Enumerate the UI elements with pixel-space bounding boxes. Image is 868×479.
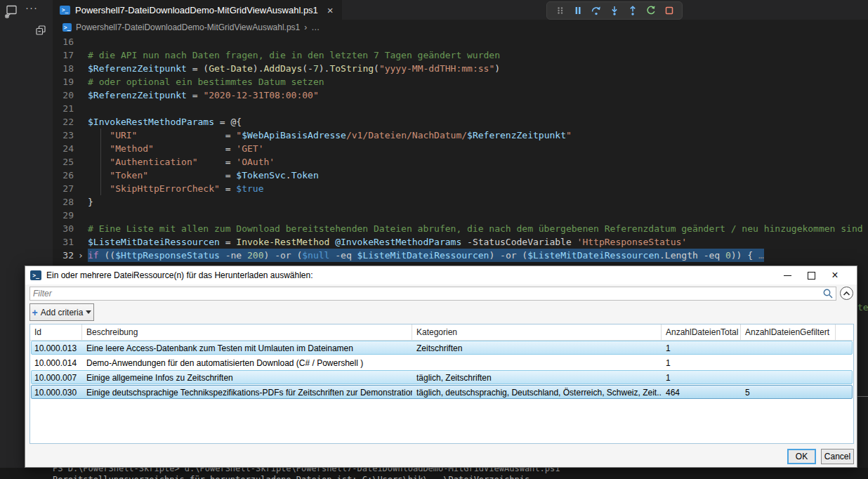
search-icon bbox=[822, 288, 834, 299]
filter-input[interactable] bbox=[30, 289, 822, 298]
grid-cell: 5 bbox=[741, 388, 836, 398]
breadcrumb[interactable]: >_ Powershell7-DateiDownloadDemo-MitGrid… bbox=[53, 20, 868, 35]
grid-cell: Demo-Anwendungen für den automatisierten… bbox=[82, 358, 412, 368]
restart-icon[interactable] bbox=[642, 3, 660, 18]
grid-cell: täglich, Zeitschriften bbox=[412, 373, 662, 383]
code-line: 26 "Token" = $TokenSvc.Token bbox=[53, 169, 868, 182]
code-line: 32›if (($HttpResponseStatus -ne 200) -or… bbox=[53, 249, 868, 262]
code-fragment-behind-dialog: te: bbox=[857, 302, 868, 313]
pause-icon[interactable] bbox=[569, 3, 587, 18]
filter-box bbox=[29, 287, 836, 301]
code-line: 27 "SkipHttpErrorCheck" = $true bbox=[53, 182, 868, 195]
code-line: 28} bbox=[53, 195, 868, 209]
step-over-icon[interactable] bbox=[587, 3, 605, 18]
close-button[interactable]: × bbox=[823, 266, 847, 284]
grid-cell: Zeitschriften bbox=[412, 343, 662, 353]
debug-toolbar bbox=[546, 1, 683, 20]
column-header[interactable]: Kategorien bbox=[412, 324, 662, 340]
maximize-icon bbox=[808, 272, 815, 280]
chevron-down-icon bbox=[86, 310, 91, 314]
fold-chevron-icon[interactable]: › bbox=[74, 249, 88, 262]
column-header[interactable]: Id bbox=[30, 324, 82, 340]
plus-icon: + bbox=[32, 308, 38, 317]
overlapping-windows-icon[interactable] bbox=[34, 24, 47, 37]
step-out-icon[interactable] bbox=[624, 3, 642, 18]
close-icon: × bbox=[831, 270, 838, 281]
code-line: 30# Eine Liste mit allen zum Download be… bbox=[53, 222, 868, 235]
grid-cell: 10.000.030 bbox=[30, 388, 82, 398]
editor-code[interactable]: 1617# die API nun nach Daten fragen, die… bbox=[53, 35, 868, 265]
breadcrumb-file[interactable]: Powershell7-DateiDownloadDemo-MitGridVie… bbox=[76, 22, 300, 32]
grid-cell: 1 bbox=[662, 358, 741, 368]
breadcrumb-more[interactable]: … bbox=[311, 22, 320, 32]
terminal-panel[interactable]: PS D:\PowerShell-Skripte> d:\PowerShell-… bbox=[0, 468, 868, 479]
add-criteria-button[interactable]: + Add criteria bbox=[29, 303, 94, 321]
code-line: 25 "Authentication" = 'OAuth' bbox=[53, 155, 868, 169]
grid-cell: 10.000.013 bbox=[30, 343, 82, 353]
tab-close-icon[interactable]: × bbox=[327, 5, 334, 15]
code-line: 19# oder optional ein bestimmtes Datum s… bbox=[53, 75, 868, 88]
tab-bar: >_ Powershell7-DateiDownloadDemo-MitGrid… bbox=[53, 0, 868, 20]
maximize-button[interactable] bbox=[799, 266, 823, 284]
breadcrumb-separator: › bbox=[304, 22, 307, 32]
terminal-line: Bereitstellungsverzeichnis für herunterz… bbox=[53, 474, 868, 479]
code-line: 24 "Method" = 'GET' bbox=[53, 142, 868, 155]
ok-button[interactable]: OK bbox=[787, 449, 816, 464]
terminal-line: PS D:\PowerShell-Skripte> d:\PowerShell-… bbox=[53, 468, 868, 474]
code-line: 22$InvokeRestMethodParams = @{ bbox=[53, 115, 868, 129]
minimize-icon bbox=[784, 275, 791, 276]
more-actions-icon[interactable]: ··· bbox=[25, 1, 38, 13]
grid-cell: 464 bbox=[662, 388, 741, 398]
code-line: 31$ListeMitDateiRessourcen = Invoke-Rest… bbox=[53, 235, 868, 249]
collapse-criteria-button[interactable] bbox=[840, 287, 853, 300]
code-line: 16 bbox=[53, 35, 868, 48]
results-grid: IdBeschreibungKategorienAnzahlDateienTot… bbox=[29, 324, 854, 444]
terminal-lines: PS D:\PowerShell-Skripte> d:\PowerShell-… bbox=[0, 468, 868, 479]
grid-row[interactable]: 10.000.014Demo-Anwendungen für den autom… bbox=[30, 355, 853, 370]
grid-row[interactable]: 10.000.007Einige allgemeine Infos zu Zei… bbox=[30, 370, 853, 385]
dialog-title-bar[interactable]: >_ Ein oder mehrere DateiRessource(n) fü… bbox=[25, 266, 857, 284]
grid-cell: Einige allgemeine Infos zu Zeitschriften bbox=[82, 373, 412, 383]
code-line: 18$ReferenzZeitpunkt = (Get-Date).AddDay… bbox=[53, 62, 868, 75]
column-header-filler bbox=[836, 324, 853, 340]
tab-title: Powershell7-DateiDownloadDemo-MitGridVie… bbox=[75, 5, 318, 15]
grid-row[interactable]: 10.000.013Eine leere Access-Datenbank zu… bbox=[30, 341, 853, 355]
dialog-title: Ein oder mehrere DateiRessource(n) für d… bbox=[46, 270, 313, 280]
out-gridview-dialog: >_ Ein oder mehrere DateiRessource(n) fü… bbox=[25, 265, 857, 468]
stop-icon[interactable] bbox=[660, 3, 678, 18]
grid-row[interactable]: 10.000.030Einige deutschsprachige Techni… bbox=[30, 385, 853, 400]
code-line: 17# die API nun nach Daten fragen, die i… bbox=[53, 48, 868, 62]
grid-cell: Eine leere Access-Datenbank zum Testen m… bbox=[82, 343, 412, 353]
code-line: 29 bbox=[53, 209, 868, 222]
powershell-file-icon: >_ bbox=[60, 6, 70, 15]
column-header[interactable]: Beschreibung bbox=[82, 324, 412, 340]
grid-cell: täglich, deutschsprachig, Deutschland, Ö… bbox=[412, 388, 662, 398]
vscode-window: ··· >_ Powershell7-DateiDownloadDemo-Mit… bbox=[0, 0, 868, 479]
tab-powershell-file[interactable]: >_ Powershell7-DateiDownloadDemo-MitGrid… bbox=[53, 0, 342, 20]
panel-divider bbox=[857, 396, 868, 397]
grid-header: IdBeschreibungKategorienAnzahlDateienTot… bbox=[30, 324, 853, 341]
minimize-button[interactable] bbox=[775, 266, 799, 284]
chevron-up-icon bbox=[843, 289, 850, 298]
code-line: 21 bbox=[53, 102, 868, 115]
gripper-icon[interactable] bbox=[551, 3, 569, 18]
step-into-icon[interactable] bbox=[605, 3, 624, 18]
grid-cell: 10.000.007 bbox=[30, 373, 82, 383]
add-criteria-label: Add criteria bbox=[41, 308, 84, 317]
powershell-window-icon: >_ bbox=[30, 270, 41, 280]
grid-cell: 1 bbox=[662, 373, 741, 383]
window-controls: × bbox=[775, 266, 847, 284]
cancel-button[interactable]: Cancel bbox=[821, 449, 854, 464]
grid-cell: Einige deutschsprachige Technikspezifika… bbox=[82, 388, 412, 398]
grid-rows: 10.000.013Eine leere Access-Datenbank zu… bbox=[30, 341, 853, 400]
column-header[interactable]: AnzahlDateienGefiltert bbox=[741, 324, 836, 340]
debug-window-icon[interactable] bbox=[4, 4, 19, 19]
grid-cell: 10.000.014 bbox=[30, 358, 82, 368]
code-line: 20$ReferenzZeitpunkt = "2020-12-31T08:00… bbox=[53, 88, 868, 102]
grid-cell: 1 bbox=[662, 343, 741, 353]
column-header[interactable]: AnzahlDateienTotal bbox=[662, 324, 741, 340]
powershell-file-icon: >_ bbox=[63, 23, 72, 32]
code-line: 23 "URI" = "$WebApiBasisAdresse/v1/Datei… bbox=[53, 129, 868, 142]
